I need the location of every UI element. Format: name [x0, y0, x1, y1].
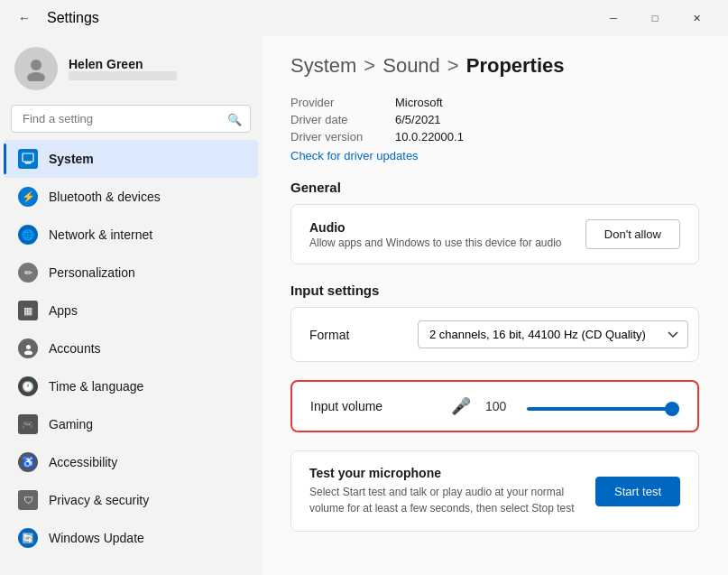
- back-button[interactable]: ←: [11, 7, 38, 29]
- sidebar-item-network[interactable]: 🌐 Network & internet: [4, 216, 258, 254]
- app-body: Helen Green 🔍 System ⚡ Bluetooth & devic…: [0, 36, 728, 575]
- sidebar-item-label: Bluetooth & devices: [49, 190, 161, 204]
- date-label: Driver date: [290, 113, 381, 126]
- sidebar-item-system[interactable]: System: [4, 140, 258, 178]
- titlebar-left: ← Settings: [11, 7, 99, 29]
- format-select-wrap: 2 channels, 16 bit, 44100 Hz (CD Quality…: [418, 320, 688, 348]
- format-select[interactable]: 2 channels, 16 bit, 44100 Hz (CD Quality…: [418, 320, 688, 348]
- test-title: Test your microphone: [309, 466, 595, 480]
- volume-slider[interactable]: [527, 407, 679, 411]
- sidebar-item-label: Accessibility: [49, 455, 117, 469]
- provider-value: Microsoft: [395, 96, 443, 109]
- sidebar-item-label: Network & internet: [49, 227, 152, 242]
- start-test-button[interactable]: Start test: [595, 477, 680, 506]
- time-icon: 🕐: [18, 376, 38, 396]
- microphone-icon: 🎤: [451, 396, 471, 416]
- windows-update-icon: 🔄: [18, 528, 38, 548]
- date-row: Driver date 6/5/2021: [290, 113, 699, 126]
- sidebar-item-windows-update[interactable]: 🔄 Windows Update: [4, 519, 258, 557]
- breadcrumb-system[interactable]: System: [290, 54, 356, 78]
- version-value: 10.0.22000.1: [395, 130, 464, 144]
- volume-value: 100: [485, 399, 512, 413]
- user-email: [69, 71, 177, 80]
- dont-allow-button[interactable]: Don't allow: [585, 219, 680, 249]
- sidebar-item-time[interactable]: 🕐 Time & language: [4, 367, 258, 405]
- search-icon: 🔍: [227, 112, 242, 125]
- sidebar-item-label: Windows Update: [49, 531, 144, 545]
- svg-point-1: [27, 72, 45, 81]
- user-info: Helen Green: [69, 57, 177, 80]
- svg-rect-4: [24, 162, 32, 163]
- sidebar-item-label: Gaming: [49, 417, 93, 431]
- format-row: Format 2 channels, 16 bit, 44100 Hz (CD …: [291, 308, 698, 361]
- close-button[interactable]: ✕: [676, 4, 717, 32]
- titlebar: ← Settings ─ □ ✕: [0, 0, 728, 36]
- accessibility-icon: ♿: [18, 452, 38, 472]
- sidebar: Helen Green 🔍 System ⚡ Bluetooth & devic…: [0, 36, 262, 575]
- provider-label: Provider: [290, 96, 381, 109]
- privacy-icon: 🛡: [18, 490, 38, 510]
- apps-icon: ▦: [18, 301, 38, 320]
- volume-label: Input volume: [310, 399, 437, 413]
- driver-info: Provider Microsoft Driver date 6/5/2021 …: [290, 96, 699, 163]
- audio-card-left: Audio Allow apps and Windows to use this…: [309, 220, 562, 249]
- sidebar-item-accounts[interactable]: Accounts: [4, 329, 258, 367]
- svg-point-5: [26, 345, 31, 349]
- breadcrumb-sound[interactable]: Sound: [382, 54, 440, 78]
- user-section: Helen Green: [0, 36, 262, 105]
- sidebar-item-label: Personalization: [49, 265, 135, 280]
- breadcrumb-current: Properties: [466, 54, 565, 78]
- test-description: Select Start test and talk or play audio…: [309, 484, 595, 516]
- version-row: Driver version 10.0.22000.1: [290, 130, 699, 144]
- check-updates-link[interactable]: Check for driver updates: [290, 149, 419, 162]
- test-row: Test your microphone Select Start test a…: [291, 451, 698, 531]
- maximize-button[interactable]: □: [634, 4, 676, 32]
- volume-card: Input volume 🎤 100: [290, 380, 699, 432]
- sidebar-item-accessibility[interactable]: ♿ Accessibility: [4, 443, 258, 481]
- provider-row: Provider Microsoft: [290, 96, 699, 109]
- svg-point-0: [31, 60, 41, 70]
- sidebar-item-bluetooth[interactable]: ⚡ Bluetooth & devices: [4, 178, 258, 216]
- audio-title: Audio: [309, 220, 562, 235]
- audio-card: Audio Allow apps and Windows to use this…: [290, 204, 699, 264]
- sidebar-item-privacy[interactable]: 🛡 Privacy & security: [4, 481, 258, 519]
- sidebar-item-label: Time & language: [49, 379, 143, 394]
- avatar: [14, 47, 58, 90]
- audio-card-row: Audio Allow apps and Windows to use this…: [291, 205, 698, 264]
- format-label: Format: [309, 328, 418, 342]
- user-name: Helen Green: [69, 57, 177, 71]
- test-microphone-card: Test your microphone Select Start test a…: [290, 450, 699, 532]
- test-left: Test your microphone Select Start test a…: [309, 466, 595, 516]
- gaming-icon: 🎮: [18, 414, 38, 434]
- input-settings-header: Input settings: [290, 283, 699, 298]
- sidebar-item-label: Apps: [49, 303, 78, 318]
- version-label: Driver version: [290, 130, 381, 144]
- sidebar-item-label: Accounts: [49, 341, 101, 356]
- svg-point-6: [24, 350, 32, 355]
- sidebar-item-label: System: [49, 152, 94, 166]
- network-icon: 🌐: [18, 225, 38, 245]
- accounts-icon: [18, 339, 38, 358]
- breadcrumb: System > Sound > Properties: [290, 54, 699, 78]
- titlebar-title: Settings: [47, 10, 99, 26]
- sidebar-item-personalization[interactable]: ✏ Personalization: [4, 254, 258, 292]
- search-box: 🔍: [11, 105, 251, 133]
- sidebar-item-gaming[interactable]: 🎮 Gaming: [4, 405, 258, 443]
- sidebar-item-label: Privacy & security: [49, 493, 149, 507]
- breadcrumb-sep1: >: [364, 54, 375, 78]
- minimize-button[interactable]: ─: [593, 4, 634, 32]
- volume-slider-wrap: [527, 398, 679, 414]
- date-value: 6/5/2021: [395, 113, 441, 126]
- system-icon: [18, 149, 38, 169]
- breadcrumb-sep2: >: [447, 54, 459, 78]
- input-settings-card: Format 2 channels, 16 bit, 44100 Hz (CD …: [290, 307, 699, 362]
- svg-rect-2: [23, 153, 33, 162]
- personalization-icon: ✏: [18, 263, 38, 283]
- sidebar-item-apps[interactable]: ▦ Apps: [4, 292, 258, 329]
- bluetooth-icon: ⚡: [18, 187, 38, 207]
- content-area: System > Sound > Properties Provider Mic…: [262, 36, 728, 575]
- general-section-header: General: [290, 180, 699, 195]
- search-input[interactable]: [11, 105, 251, 133]
- titlebar-controls: ─ □ ✕: [593, 4, 717, 32]
- audio-description: Allow apps and Windows to use this devic…: [309, 236, 562, 249]
